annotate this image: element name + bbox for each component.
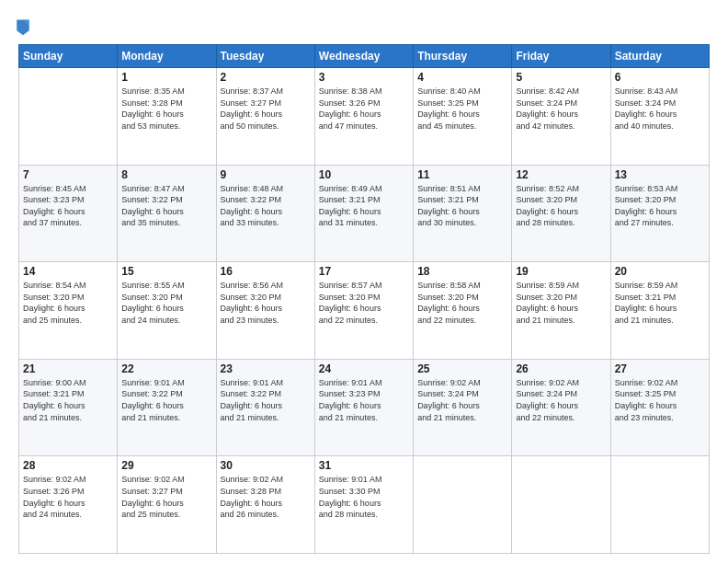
calendar-cell: 4Sunrise: 8:40 AM Sunset: 3:25 PM Daylig… xyxy=(414,68,512,166)
calendar-cell: 23Sunrise: 9:01 AM Sunset: 3:22 PM Dayli… xyxy=(216,359,314,456)
week-row-3: 14Sunrise: 8:54 AM Sunset: 3:20 PM Dayli… xyxy=(19,262,710,360)
calendar-cell: 10Sunrise: 8:49 AM Sunset: 3:21 PM Dayli… xyxy=(314,165,413,262)
calendar-cell: 9Sunrise: 8:48 AM Sunset: 3:22 PM Daylig… xyxy=(216,165,314,262)
calendar-cell: 6Sunrise: 8:43 AM Sunset: 3:24 PM Daylig… xyxy=(610,68,709,166)
weekday-monday: Monday xyxy=(118,45,216,68)
week-row-1: 1Sunrise: 8:35 AM Sunset: 3:28 PM Daylig… xyxy=(19,68,710,166)
calendar-cell: 20Sunrise: 8:59 AM Sunset: 3:21 PM Dayli… xyxy=(610,262,709,360)
day-info: Sunrise: 9:01 AM Sunset: 3:22 PM Dayligh… xyxy=(121,377,211,423)
calendar-cell: 25Sunrise: 9:02 AM Sunset: 3:24 PM Dayli… xyxy=(414,359,512,456)
day-number: 12 xyxy=(516,168,606,181)
calendar-cell: 18Sunrise: 8:58 AM Sunset: 3:20 PM Dayli… xyxy=(414,262,512,360)
day-info: Sunrise: 8:35 AM Sunset: 3:28 PM Dayligh… xyxy=(121,86,211,132)
calendar-cell: 14Sunrise: 8:54 AM Sunset: 3:20 PM Dayli… xyxy=(19,262,118,360)
day-number: 21 xyxy=(23,362,113,375)
day-info: Sunrise: 8:55 AM Sunset: 3:20 PM Dayligh… xyxy=(121,280,211,326)
weekday-sunday: Sunday xyxy=(19,45,118,68)
day-info: Sunrise: 9:01 AM Sunset: 3:22 PM Dayligh… xyxy=(221,377,311,423)
calendar-cell: 17Sunrise: 8:57 AM Sunset: 3:20 PM Dayli… xyxy=(314,262,413,360)
day-number: 11 xyxy=(417,168,507,181)
day-info: Sunrise: 8:56 AM Sunset: 3:20 PM Dayligh… xyxy=(221,280,311,326)
calendar-cell: 15Sunrise: 8:55 AM Sunset: 3:20 PM Dayli… xyxy=(118,262,216,360)
day-number: 6 xyxy=(615,71,705,84)
week-row-4: 21Sunrise: 9:00 AM Sunset: 3:21 PM Dayli… xyxy=(19,359,710,456)
day-info: Sunrise: 9:02 AM Sunset: 3:26 PM Dayligh… xyxy=(23,474,113,520)
calendar-cell: 22Sunrise: 9:01 AM Sunset: 3:22 PM Dayli… xyxy=(118,359,216,456)
calendar-cell: 12Sunrise: 8:52 AM Sunset: 3:20 PM Dayli… xyxy=(512,165,610,262)
day-number: 2 xyxy=(221,71,311,84)
day-number: 19 xyxy=(516,265,606,278)
day-number: 31 xyxy=(319,459,409,472)
day-number: 10 xyxy=(319,168,409,181)
day-info: Sunrise: 9:02 AM Sunset: 3:28 PM Dayligh… xyxy=(221,474,311,520)
day-number: 28 xyxy=(23,459,113,472)
calendar-cell: 2Sunrise: 8:37 AM Sunset: 3:27 PM Daylig… xyxy=(216,68,314,166)
day-info: Sunrise: 8:49 AM Sunset: 3:21 PM Dayligh… xyxy=(319,183,409,229)
day-info: Sunrise: 9:02 AM Sunset: 3:25 PM Dayligh… xyxy=(615,377,705,423)
weekday-thursday: Thursday xyxy=(414,45,512,68)
calendar-cell: 21Sunrise: 9:00 AM Sunset: 3:21 PM Dayli… xyxy=(19,359,118,456)
day-info: Sunrise: 8:58 AM Sunset: 3:20 PM Dayligh… xyxy=(417,280,507,326)
calendar-cell: 29Sunrise: 9:02 AM Sunset: 3:27 PM Dayli… xyxy=(118,456,216,554)
day-info: Sunrise: 8:59 AM Sunset: 3:20 PM Dayligh… xyxy=(516,280,606,326)
logo xyxy=(18,17,35,37)
calendar-cell: 26Sunrise: 9:02 AM Sunset: 3:24 PM Dayli… xyxy=(512,359,610,456)
day-number: 30 xyxy=(221,459,311,472)
day-number: 5 xyxy=(516,71,606,84)
day-number: 3 xyxy=(319,71,409,84)
day-info: Sunrise: 8:38 AM Sunset: 3:26 PM Dayligh… xyxy=(319,86,409,132)
calendar-cell: 13Sunrise: 8:53 AM Sunset: 3:20 PM Dayli… xyxy=(610,165,709,262)
calendar-cell xyxy=(512,456,610,554)
calendar-cell: 3Sunrise: 8:38 AM Sunset: 3:26 PM Daylig… xyxy=(314,68,413,166)
weekday-saturday: Saturday xyxy=(610,45,709,68)
day-number: 23 xyxy=(221,362,311,375)
calendar-cell: 28Sunrise: 9:02 AM Sunset: 3:26 PM Dayli… xyxy=(19,456,118,554)
header xyxy=(18,17,710,37)
week-row-5: 28Sunrise: 9:02 AM Sunset: 3:26 PM Dayli… xyxy=(19,456,710,554)
day-info: Sunrise: 8:48 AM Sunset: 3:22 PM Dayligh… xyxy=(221,183,311,229)
calendar-cell: 27Sunrise: 9:02 AM Sunset: 3:25 PM Dayli… xyxy=(610,359,709,456)
day-info: Sunrise: 8:54 AM Sunset: 3:20 PM Dayligh… xyxy=(23,280,113,326)
calendar-cell: 5Sunrise: 8:42 AM Sunset: 3:24 PM Daylig… xyxy=(512,68,610,166)
logo-icon xyxy=(15,17,31,37)
day-number: 15 xyxy=(121,265,211,278)
day-info: Sunrise: 9:02 AM Sunset: 3:24 PM Dayligh… xyxy=(516,377,606,423)
calendar-cell: 7Sunrise: 8:45 AM Sunset: 3:23 PM Daylig… xyxy=(19,165,118,262)
calendar-cell: 11Sunrise: 8:51 AM Sunset: 3:21 PM Dayli… xyxy=(414,165,512,262)
weekday-header-row: SundayMondayTuesdayWednesdayThursdayFrid… xyxy=(19,45,710,68)
day-number: 13 xyxy=(615,168,705,181)
calendar-cell xyxy=(19,68,118,166)
calendar-table: SundayMondayTuesdayWednesdayThursdayFrid… xyxy=(18,44,710,554)
day-info: Sunrise: 8:59 AM Sunset: 3:21 PM Dayligh… xyxy=(615,280,705,326)
day-number: 22 xyxy=(121,362,211,375)
day-info: Sunrise: 8:37 AM Sunset: 3:27 PM Dayligh… xyxy=(221,86,311,132)
calendar-cell: 24Sunrise: 9:01 AM Sunset: 3:23 PM Dayli… xyxy=(314,359,413,456)
page: SundayMondayTuesdayWednesdayThursdayFrid… xyxy=(0,0,728,563)
day-info: Sunrise: 9:02 AM Sunset: 3:24 PM Dayligh… xyxy=(417,377,507,423)
calendar-cell xyxy=(610,456,709,554)
day-info: Sunrise: 8:52 AM Sunset: 3:20 PM Dayligh… xyxy=(516,183,606,229)
day-number: 8 xyxy=(121,168,211,181)
week-row-2: 7Sunrise: 8:45 AM Sunset: 3:23 PM Daylig… xyxy=(19,165,710,262)
day-number: 24 xyxy=(319,362,409,375)
day-info: Sunrise: 8:42 AM Sunset: 3:24 PM Dayligh… xyxy=(516,86,606,132)
day-number: 25 xyxy=(417,362,507,375)
day-number: 20 xyxy=(615,265,705,278)
day-number: 29 xyxy=(121,459,211,472)
day-number: 27 xyxy=(615,362,705,375)
day-info: Sunrise: 9:01 AM Sunset: 3:23 PM Dayligh… xyxy=(319,377,409,423)
day-number: 18 xyxy=(417,265,507,278)
day-info: Sunrise: 8:47 AM Sunset: 3:22 PM Dayligh… xyxy=(121,183,211,229)
calendar-cell: 16Sunrise: 8:56 AM Sunset: 3:20 PM Dayli… xyxy=(216,262,314,360)
day-info: Sunrise: 8:40 AM Sunset: 3:25 PM Dayligh… xyxy=(417,86,507,132)
day-number: 9 xyxy=(221,168,311,181)
calendar-cell: 19Sunrise: 8:59 AM Sunset: 3:20 PM Dayli… xyxy=(512,262,610,360)
day-number: 4 xyxy=(417,71,507,84)
day-info: Sunrise: 8:45 AM Sunset: 3:23 PM Dayligh… xyxy=(23,183,113,229)
day-info: Sunrise: 8:43 AM Sunset: 3:24 PM Dayligh… xyxy=(615,86,705,132)
calendar-cell: 8Sunrise: 8:47 AM Sunset: 3:22 PM Daylig… xyxy=(118,165,216,262)
weekday-friday: Friday xyxy=(512,45,610,68)
day-info: Sunrise: 9:01 AM Sunset: 3:30 PM Dayligh… xyxy=(319,474,409,520)
day-info: Sunrise: 8:57 AM Sunset: 3:20 PM Dayligh… xyxy=(319,280,409,326)
day-number: 14 xyxy=(23,265,113,278)
